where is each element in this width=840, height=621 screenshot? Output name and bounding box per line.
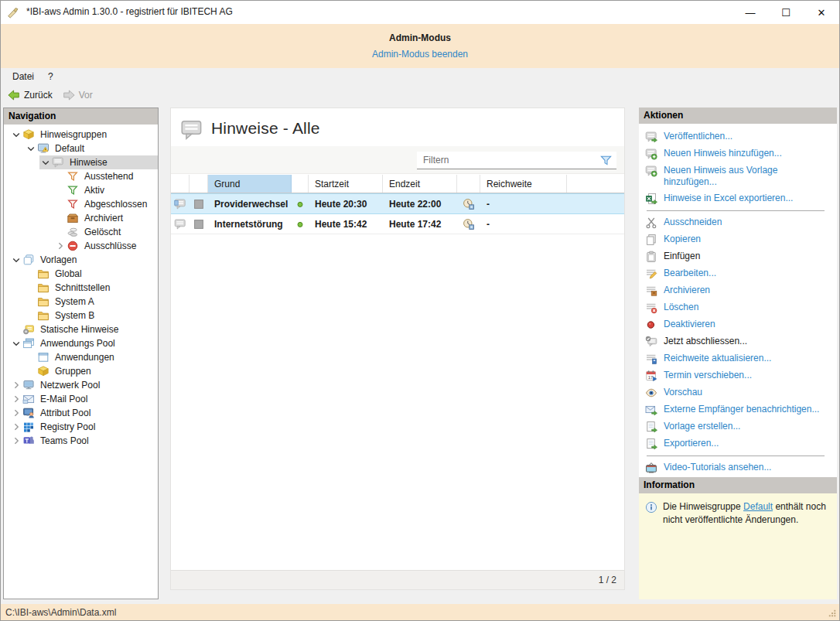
network-icon — [22, 379, 35, 391]
expander-spacer — [25, 281, 37, 294]
tree-item-hinweisgruppen[interactable]: Hinweisgruppen — [10, 128, 158, 142]
information-text-before: Die Hinweisgruppe — [663, 501, 743, 512]
back-button-label: Zurück — [24, 90, 53, 101]
chevron-down-icon[interactable] — [10, 128, 22, 141]
filter-funnel-icon[interactable] — [599, 154, 613, 167]
group-box-icon — [37, 365, 50, 377]
close-button[interactable]: ✕ — [804, 1, 839, 24]
table-row-providerwechsel[interactable]: ProviderwechselHeute 20:30Heute 22:00- — [171, 193, 624, 214]
tree-item-attribut-pool[interactable]: Attribut Pool — [10, 406, 158, 420]
column-header-grund[interactable]: Grund — [208, 175, 292, 193]
action-termin-verschieben[interactable]: 17Termin verschieben... — [645, 367, 834, 384]
tree-item-aktiv[interactable]: Aktiv — [54, 183, 158, 197]
chevron-right-icon[interactable] — [10, 435, 22, 447]
pager: 1 / 2 — [171, 570, 624, 589]
column-header-startzeit[interactable]: Startzeit — [309, 175, 383, 193]
titlebar: *IBI-aws Admin 1.30.0 - registriert für … — [0, 0, 840, 24]
admin-mode-exit-link[interactable]: Admin-Modus beenden — [372, 49, 468, 60]
action-bearbeiten[interactable]: Bearbeiten... — [645, 265, 834, 282]
column-header-endzeit[interactable]: Endzeit — [383, 175, 457, 193]
chevron-right-icon[interactable] — [10, 379, 22, 391]
tree-item-system-b[interactable]: System B — [25, 309, 158, 322]
action-hinweise-in-excel-exportieren[interactable]: Hinweise in Excel exportieren... — [645, 190, 834, 207]
schedule-cell — [457, 218, 480, 230]
action-vorschau[interactable]: Vorschau — [645, 384, 834, 401]
menu-help[interactable]: ? — [41, 71, 60, 82]
default-group-link[interactable]: Default — [743, 501, 773, 512]
resize-grip-icon[interactable] — [828, 609, 838, 619]
tree-item-anwendungs-pool[interactable]: Anwendungs Pool — [10, 336, 158, 350]
tree-item-abgeschlossen[interactable]: Abgeschlossen — [54, 197, 158, 211]
action-externe-empf-nger-benachrichtigen[interactable]: Externe Empfänger benachrichtigen... — [645, 401, 834, 418]
table-row-internetst-rung[interactable]: InternetstörungHeute 15:42Heute 17:42- — [171, 214, 624, 234]
back-arrow-icon — [8, 89, 20, 101]
action-label: Neuen Hinweis hinzufügen... — [664, 148, 782, 159]
action-deaktivieren[interactable]: Deaktivieren — [645, 316, 834, 333]
action-vorlage-erstellen[interactable]: Vorlage erstellen... — [645, 418, 834, 435]
tree-item-label: Default — [53, 142, 87, 155]
action-neuen-hinweis-hinzuf-gen[interactable]: Neuen Hinweis hinzufügen... — [645, 145, 834, 162]
chevron-right-icon[interactable] — [10, 393, 22, 405]
back-button[interactable]: Zurück — [5, 88, 55, 102]
menu-datei[interactable]: Datei — [5, 71, 41, 82]
cell-endzeit: Heute 17:42 — [383, 219, 457, 230]
column-header-empty[interactable] — [171, 175, 190, 193]
chevron-right-icon[interactable] — [10, 407, 22, 419]
filter-input[interactable] — [417, 154, 599, 166]
forward-button[interactable]: Vor — [60, 88, 95, 102]
action-neuen-hinweis-aus-vorlage-hinzuf-gen[interactable]: Neuen Hinweis aus Vorlage hinzufügen... — [645, 162, 834, 190]
tree-item-netzwerk-pool[interactable]: Netzwerk Pool — [10, 378, 158, 392]
cell-grund: Internetstörung — [208, 219, 292, 230]
tree-item-vorlagen[interactable]: Vorlagen — [10, 253, 158, 267]
tree-item-teams-pool[interactable]: Teams Pool — [10, 434, 158, 448]
action-l-schen[interactable]: Löschen — [645, 299, 834, 316]
tree-item-e-mail-pool[interactable]: E-Mail Pool — [10, 392, 158, 406]
chevron-down-icon[interactable] — [10, 337, 22, 350]
action-kopieren[interactable]: Kopieren — [645, 231, 834, 248]
column-header-reichweite[interactable]: Reichweite — [480, 175, 567, 193]
tree-item-ausstehend[interactable]: Ausstehend — [54, 169, 158, 183]
action-label: Exportieren... — [664, 438, 719, 449]
tree-item-system-a[interactable]: System A — [25, 295, 158, 309]
tree-item-hinweise[interactable]: Hinweise — [39, 155, 158, 169]
tree-item-label: Vorlagen — [38, 254, 79, 266]
tree-item-registry-pool[interactable]: Registry Pool — [10, 420, 158, 434]
tree-item-default[interactable]: Default — [25, 142, 158, 155]
window-icon — [37, 351, 50, 363]
chevron-right-icon[interactable] — [54, 240, 67, 252]
action-label: Ausschneiden — [664, 217, 722, 228]
action-reichweite-aktualisieren[interactable]: Reichweite aktualisieren... — [645, 350, 834, 367]
forward-button-label: Vor — [79, 90, 93, 101]
teams-icon — [22, 435, 35, 447]
action-exportieren[interactable]: Exportieren... — [645, 435, 834, 452]
maximize-button[interactable]: ☐ — [768, 1, 804, 24]
tree-item-schnittstellen[interactable]: Schnittstellen — [25, 281, 158, 295]
tree-item-ausschl-sse[interactable]: Ausschlüsse — [54, 239, 158, 253]
action-einf-gen[interactable]: Einfügen — [645, 248, 834, 265]
tree-item-gruppen[interactable]: Gruppen — [25, 364, 158, 378]
tree-item-global[interactable]: Global — [25, 267, 158, 281]
minimize-button[interactable]: — — [732, 1, 768, 24]
action-jetzt-abschliessen[interactable]: Jetzt abschliessen... — [645, 333, 834, 350]
chevron-down-icon[interactable] — [10, 254, 22, 266]
column-header-empty[interactable] — [190, 175, 208, 193]
tree-item-label: System B — [53, 309, 97, 322]
action-label: Jetzt abschliessen... — [664, 336, 747, 347]
column-header-empty[interactable] — [292, 175, 309, 193]
action-ausschneiden[interactable]: Ausschneiden — [645, 214, 834, 231]
tree-item-archiviert[interactable]: Archiviert — [54, 211, 158, 225]
action-ver-ffentlichen[interactable]: Veröffentlichen... — [645, 128, 834, 145]
chevron-right-icon[interactable] — [10, 421, 22, 433]
column-header-empty[interactable] — [457, 175, 480, 193]
chevron-down-icon[interactable] — [25, 142, 37, 155]
expander-spacer — [25, 351, 37, 363]
tree-item-gel-scht[interactable]: Gelöscht — [54, 225, 158, 239]
forward-arrow-icon — [63, 89, 75, 101]
tree-item-label: Teams Pool — [38, 435, 91, 447]
action-label: Vorschau — [664, 387, 702, 398]
action-archivieren[interactable]: Archivieren — [645, 282, 834, 299]
tree-item-label: Gruppen — [53, 365, 94, 377]
chevron-down-icon[interactable] — [39, 156, 52, 169]
tree-item-anwendungen[interactable]: Anwendungen — [25, 350, 158, 364]
tree-item-statische-hinweise[interactable]: Statische Hinweise — [10, 322, 158, 336]
